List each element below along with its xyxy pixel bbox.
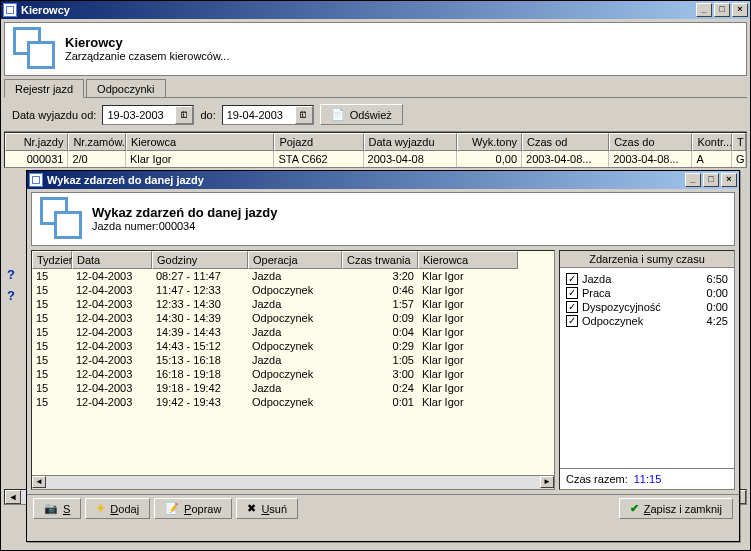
event-cell-k: Klar Igor <box>418 381 518 395</box>
events-hscroll[interactable]: ◄ ► <box>32 475 554 489</box>
event-cell-t: 15 <box>32 367 72 381</box>
events-titlebar[interactable]: Wykaz zdarzeń do danej jazdy _ □ × <box>27 171 739 189</box>
event-cell-t: 15 <box>32 381 72 395</box>
event-cell-o: Jazda <box>248 381 342 395</box>
col-tydzien[interactable]: Tydzień <box>32 251 72 269</box>
col-czas-do[interactable]: Czas do <box>609 133 692 151</box>
event-row[interactable]: 1512-04-200319:42 - 19:43Odpoczynek0:01K… <box>32 395 554 409</box>
tab-odpoczynki[interactable]: Odpoczynki <box>86 79 165 97</box>
grid-row[interactable]: 000031 2/0 Klar Igor STA C662 2003-04-08… <box>5 151 746 167</box>
main-titlebar[interactable]: Kierowcy _ □ × <box>1 1 750 19</box>
help-markers: ? ? <box>7 267 15 303</box>
col-godziny[interactable]: Godziny <box>152 251 248 269</box>
scroll-left-button[interactable]: ◄ <box>5 490 21 504</box>
event-row[interactable]: 1512-04-200312:33 - 14:30Jazda1:57Klar I… <box>32 297 554 311</box>
event-row[interactable]: 1512-04-200316:18 - 19:18Odpoczynek3:00K… <box>32 367 554 381</box>
event-row[interactable]: 1512-04-200308:27 - 11:47Jazda3:20Klar I… <box>32 269 554 283</box>
dodaj-label: Dodaj <box>110 503 139 515</box>
sum-checkbox[interactable]: ✓ <box>566 301 578 313</box>
sum-checkbox[interactable]: ✓ <box>566 287 578 299</box>
popraw-button[interactable]: 📝 Popraw <box>154 498 232 519</box>
cell-nrz: 2/0 <box>68 151 125 167</box>
help-icon[interactable]: ? <box>7 288 15 303</box>
sum-value: 0:00 <box>688 301 728 313</box>
col-wyk-tony[interactable]: Wyk.tony <box>457 133 522 151</box>
sum-checkbox[interactable]: ✓ <box>566 315 578 327</box>
event-cell-t: 15 <box>32 311 72 325</box>
tab-rejestr-jazd[interactable]: Rejestr jazd <box>4 79 84 98</box>
col-czas-trwania[interactable]: Czas trwania <box>342 251 418 269</box>
event-cell-o: Odpoczynek <box>248 367 342 381</box>
events-title: Wykaz zdarzeń do danej jazdy <box>47 174 685 186</box>
date-from-picker-button[interactable]: 🗓 <box>175 106 193 124</box>
events-toolbar: 📷 S ✦ Dodaj 📝 Popraw ✖ Usuń ✔ Zapisz i z… <box>27 494 739 522</box>
event-cell-k: Klar Igor <box>418 367 518 381</box>
maximize-button[interactable]: □ <box>703 173 719 187</box>
refresh-icon: 📄 <box>331 108 345 121</box>
col-operacja[interactable]: Operacja <box>248 251 342 269</box>
sum-row: ✓Praca0:00 <box>566 286 728 300</box>
event-cell-ct: 0:46 <box>342 283 418 297</box>
dodaj-button[interactable]: ✦ Dodaj <box>85 498 150 519</box>
event-cell-ct: 1:05 <box>342 353 418 367</box>
col-czas-od[interactable]: Czas od <box>522 133 609 151</box>
scroll-left-button[interactable]: ◄ <box>32 476 46 488</box>
sum-checkbox[interactable]: ✓ <box>566 273 578 285</box>
event-row[interactable]: 1512-04-200319:18 - 19:42Jazda0:24Klar I… <box>32 381 554 395</box>
event-cell-ct: 3:20 <box>342 269 418 283</box>
delete-icon: ✖ <box>247 502 256 515</box>
date-from-input[interactable] <box>103 107 175 123</box>
cell-cd: 2003-04-08... <box>609 151 692 167</box>
cell-co: 2003-04-08... <box>522 151 609 167</box>
event-row[interactable]: 1512-04-200314:39 - 14:43Jazda0:04Klar I… <box>32 325 554 339</box>
cell-kon: A <box>692 151 732 167</box>
event-cell-ct: 1:57 <box>342 297 418 311</box>
event-cell-t: 15 <box>32 297 72 311</box>
event-cell-g: 12:33 - 14:30 <box>152 297 248 311</box>
skanuj-button[interactable]: 📷 S <box>33 498 81 519</box>
scroll-right-button[interactable]: ► <box>540 476 554 488</box>
event-cell-o: Jazda <box>248 297 342 311</box>
main-header-panel: Kierowcy Zarządzanie czasem kierowców... <box>4 22 747 76</box>
event-cell-t: 15 <box>32 283 72 297</box>
event-cell-g: 14:43 - 15:12 <box>152 339 248 353</box>
popraw-label: Popraw <box>184 503 221 515</box>
event-cell-ct: 0:24 <box>342 381 418 395</box>
minimize-button[interactable]: _ <box>685 173 701 187</box>
col-nr-jazdy[interactable]: Nr.jazdy <box>5 133 68 151</box>
event-row[interactable]: 1512-04-200315:13 - 16:18Jazda1:05Klar I… <box>32 353 554 367</box>
close-button[interactable]: × <box>721 173 737 187</box>
usun-label: Usuń <box>261 503 287 515</box>
filter-row: Data wyjazdu od: 🗓 do: 🗓 📄 Odśwież <box>4 98 747 132</box>
usun-button[interactable]: ✖ Usuń <box>236 498 298 519</box>
event-cell-t: 15 <box>32 269 72 283</box>
event-row[interactable]: 1512-04-200314:43 - 15:12Odpoczynek0:29K… <box>32 339 554 353</box>
event-row[interactable]: 1512-04-200311:47 - 12:33Odpoczynek0:46K… <box>32 283 554 297</box>
col-data-wyjazdu[interactable]: Data wyjazdu <box>364 133 457 151</box>
event-cell-t: 15 <box>32 325 72 339</box>
date-to-input[interactable] <box>223 107 295 123</box>
event-cell-g: 15:13 - 16:18 <box>152 353 248 367</box>
col-kontr[interactable]: Kontr... <box>692 133 732 151</box>
event-cell-k: Klar Igor <box>418 297 518 311</box>
sum-row: ✓Jazda6:50 <box>566 272 728 286</box>
col-t[interactable]: T <box>732 133 746 151</box>
zapisz-zamknij-button[interactable]: ✔ Zapisz i zamknij <box>619 498 733 519</box>
event-row[interactable]: 1512-04-200314:30 - 14:39Odpoczynek0:09K… <box>32 311 554 325</box>
col-pojazd[interactable]: Pojazd <box>274 133 363 151</box>
event-cell-k: Klar Igor <box>418 353 518 367</box>
close-button[interactable]: × <box>732 3 748 17</box>
refresh-button[interactable]: 📄 Odśwież <box>320 104 403 125</box>
col-data[interactable]: Data <box>72 251 152 269</box>
camera-icon: 📷 <box>44 502 58 515</box>
event-cell-o: Jazda <box>248 353 342 367</box>
col-nr-zamow[interactable]: Nr.zamów. <box>68 133 125 151</box>
minimize-button[interactable]: _ <box>696 3 712 17</box>
help-icon[interactable]: ? <box>7 267 15 282</box>
cell-dw: 2003-04-08 <box>364 151 457 167</box>
date-to-picker-button[interactable]: 🗓 <box>295 106 313 124</box>
col-kierowca[interactable]: Kierowca <box>418 251 518 269</box>
col-kierowca[interactable]: Kierowca <box>126 133 274 151</box>
cell-poj: STA C662 <box>274 151 363 167</box>
maximize-button[interactable]: □ <box>714 3 730 17</box>
